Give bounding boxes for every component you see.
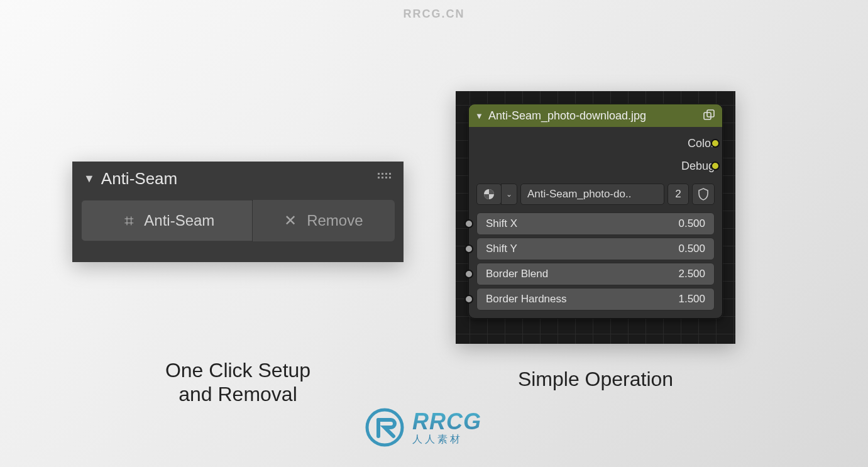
node-options-icon[interactable] bbox=[702, 109, 716, 126]
output-debug: Debug bbox=[476, 155, 715, 177]
node-datablock-row: ⌄ Anti-Seam_photo-do.. 2 bbox=[469, 181, 722, 210]
slider-label: Shift X bbox=[486, 217, 517, 230]
slider-label: Shift Y bbox=[486, 243, 517, 255]
drag-handle-icon[interactable] bbox=[378, 173, 391, 179]
users-count[interactable]: 2 bbox=[667, 184, 689, 205]
nodegroup-browse-button[interactable] bbox=[476, 184, 502, 205]
slider-value: 0.500 bbox=[678, 217, 705, 230]
value-socket-icon[interactable] bbox=[464, 219, 473, 228]
value-socket-icon[interactable] bbox=[464, 270, 473, 278]
caption-left-line1: One Click Setup bbox=[72, 358, 404, 382]
slider-label: Border Hardness bbox=[486, 293, 567, 305]
node-header[interactable]: ▼ Anti-Seam_photo-download.jpg bbox=[469, 104, 722, 127]
apply-button-label: Anti-Seam bbox=[144, 212, 214, 229]
rrcg-logo-icon bbox=[365, 407, 405, 448]
remove-anti-seam-button[interactable]: ✕ Remove bbox=[253, 200, 395, 241]
output-label: Debug bbox=[681, 160, 715, 173]
chevron-down-icon[interactable]: ⌄ bbox=[501, 184, 517, 205]
slider-border-blend[interactable]: Border Blend 2.500 bbox=[476, 263, 715, 285]
remove-button-label: Remove bbox=[307, 212, 363, 229]
caption-right: Simple Operation bbox=[456, 368, 735, 391]
hash-icon: ⌗ bbox=[124, 211, 134, 231]
panel-body: ⌗ Anti-Seam ✕ Remove bbox=[72, 195, 404, 250]
color-socket-icon[interactable] bbox=[711, 139, 720, 148]
nodegroup-name-field[interactable]: Anti-Seam_photo-do.. bbox=[520, 184, 664, 205]
button-row: ⌗ Anti-Seam ✕ Remove bbox=[81, 200, 395, 241]
slider-value: 1.500 bbox=[678, 293, 705, 305]
value-socket-icon[interactable] bbox=[464, 295, 473, 304]
close-icon: ✕ bbox=[284, 212, 297, 229]
anti-seam-panel: ▼ Anti-Seam ⌗ Anti-Seam ✕ Remove bbox=[72, 162, 404, 262]
node-title: Anti-Seam_photo-download.jpg bbox=[488, 109, 646, 123]
caption-left-line2: and Removal bbox=[72, 382, 404, 406]
node-collapse-icon[interactable]: ▼ bbox=[475, 111, 483, 121]
slider-shift-y[interactable]: Shift Y 0.500 bbox=[476, 238, 715, 260]
node-editor-background[interactable]: ▼ Anti-Seam_photo-download.jpg Color Deb… bbox=[456, 91, 735, 344]
caption-left: One Click Setup and Removal bbox=[72, 358, 404, 407]
anti-seam-node[interactable]: ▼ Anti-Seam_photo-download.jpg Color Deb… bbox=[468, 104, 723, 319]
panel-header[interactable]: ▼ Anti-Seam bbox=[72, 162, 404, 195]
rrcg-tagline-text: 人人素材 bbox=[412, 434, 481, 444]
rrcg-watermark: RRCG 人人素材 bbox=[365, 407, 481, 448]
fake-user-button[interactable] bbox=[692, 184, 715, 205]
value-socket-icon[interactable] bbox=[464, 244, 473, 253]
watermark-top-text: RRCG.CN bbox=[404, 8, 465, 21]
panel-title: Anti-Seam bbox=[101, 169, 177, 189]
color-socket-icon[interactable] bbox=[711, 162, 720, 170]
slider-value: 0.500 bbox=[678, 243, 705, 255]
slider-label: Border Blend bbox=[486, 268, 548, 280]
collapse-triangle-icon[interactable]: ▼ bbox=[84, 172, 95, 185]
output-color: Color bbox=[476, 132, 715, 155]
slider-border-hardness[interactable]: Border Hardness 1.500 bbox=[476, 288, 715, 310]
slider-shift-x[interactable]: Shift X 0.500 bbox=[476, 212, 715, 235]
node-outputs: Color Debug bbox=[469, 127, 722, 181]
slider-value: 2.500 bbox=[678, 268, 705, 280]
rrcg-brand-text: RRCG bbox=[412, 410, 481, 433]
apply-anti-seam-button[interactable]: ⌗ Anti-Seam bbox=[81, 200, 253, 241]
